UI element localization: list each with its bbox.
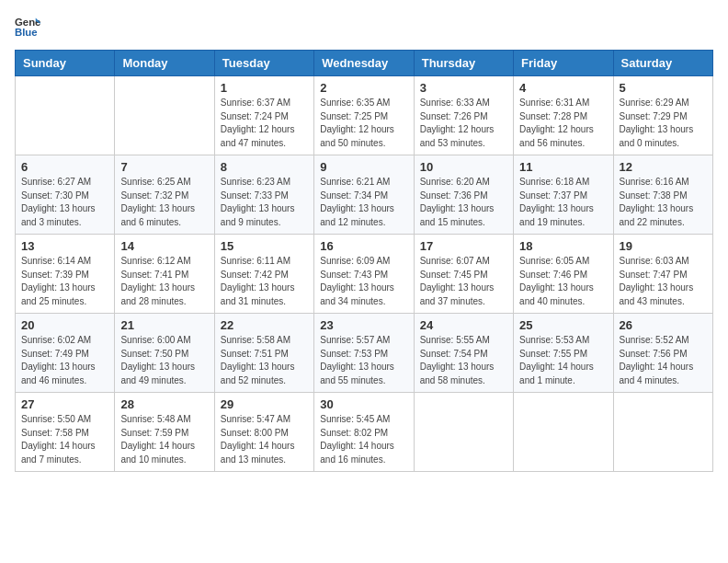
calendar-cell [514,393,613,472]
day-number: 6 [21,160,108,174]
day-number: 19 [620,239,707,253]
calendar-cell: 18Sunrise: 6:05 AM Sunset: 7:46 PM Dayli… [514,235,613,314]
day-number: 22 [221,318,308,332]
calendar-cell: 5Sunrise: 6:29 AM Sunset: 7:29 PM Daylig… [613,76,712,155]
calendar-cell: 1Sunrise: 6:37 AM Sunset: 7:24 PM Daylig… [214,76,313,155]
day-info: Sunrise: 6:05 AM Sunset: 7:46 PM Dayligh… [519,255,607,308]
calendar-week-row: 27Sunrise: 5:50 AM Sunset: 7:58 PM Dayli… [16,393,713,472]
weekday-header-cell: Tuesday [214,51,313,76]
day-number: 26 [620,318,707,332]
day-number: 11 [519,160,607,174]
weekday-header-cell: Monday [115,51,214,76]
weekday-header-cell: Wednesday [314,51,414,76]
day-info: Sunrise: 6:20 AM Sunset: 7:36 PM Dayligh… [420,176,507,229]
calendar-cell: 11Sunrise: 6:18 AM Sunset: 7:37 PM Dayli… [514,155,613,235]
calendar-cell: 23Sunrise: 5:57 AM Sunset: 7:53 PM Dayli… [314,314,414,393]
day-number: 12 [620,160,707,174]
header: General Blue [15,15,713,40]
calendar-cell: 2Sunrise: 6:35 AM Sunset: 7:25 PM Daylig… [314,76,414,155]
day-number: 25 [519,318,607,332]
calendar-cell [16,76,115,155]
day-number: 23 [320,318,407,332]
weekday-header-cell: Saturday [613,51,712,76]
calendar-cell: 13Sunrise: 6:14 AM Sunset: 7:39 PM Dayli… [16,235,115,314]
calendar-cell: 19Sunrise: 6:03 AM Sunset: 7:47 PM Dayli… [613,235,712,314]
day-number: 8 [221,160,308,174]
day-info: Sunrise: 5:45 AM Sunset: 8:02 PM Dayligh… [320,413,407,466]
calendar-cell: 6Sunrise: 6:27 AM Sunset: 7:30 PM Daylig… [16,155,115,235]
calendar-cell: 17Sunrise: 6:07 AM Sunset: 7:45 PM Dayli… [414,235,513,314]
day-info: Sunrise: 6:18 AM Sunset: 7:37 PM Dayligh… [519,176,607,229]
day-number: 30 [320,397,407,411]
calendar-cell: 16Sunrise: 6:09 AM Sunset: 7:43 PM Dayli… [314,235,414,314]
day-info: Sunrise: 5:47 AM Sunset: 8:00 PM Dayligh… [221,413,308,466]
calendar-cell [613,393,712,472]
day-info: Sunrise: 6:12 AM Sunset: 7:41 PM Dayligh… [120,255,208,308]
day-info: Sunrise: 5:48 AM Sunset: 7:59 PM Dayligh… [120,413,208,466]
day-info: Sunrise: 6:27 AM Sunset: 7:30 PM Dayligh… [21,176,108,229]
day-number: 24 [420,318,507,332]
calendar-cell: 29Sunrise: 5:47 AM Sunset: 8:00 PM Dayli… [214,393,313,472]
calendar-body: 1Sunrise: 6:37 AM Sunset: 7:24 PM Daylig… [16,76,713,472]
day-info: Sunrise: 6:37 AM Sunset: 7:24 PM Dayligh… [221,97,308,150]
day-number: 9 [320,160,407,174]
weekday-header-row: SundayMondayTuesdayWednesdayThursdayFrid… [16,51,713,76]
day-info: Sunrise: 6:00 AM Sunset: 7:50 PM Dayligh… [120,334,208,387]
day-number: 15 [221,239,308,253]
day-info: Sunrise: 5:53 AM Sunset: 7:55 PM Dayligh… [519,334,607,387]
calendar: SundayMondayTuesdayWednesdayThursdayFrid… [15,50,713,472]
day-info: Sunrise: 6:31 AM Sunset: 7:28 PM Dayligh… [519,97,607,150]
day-info: Sunrise: 6:14 AM Sunset: 7:39 PM Dayligh… [21,255,108,308]
calendar-cell [414,393,513,472]
logo: General Blue [15,15,40,40]
day-info: Sunrise: 6:25 AM Sunset: 7:32 PM Dayligh… [120,176,208,229]
day-number: 1 [221,81,308,95]
calendar-cell: 4Sunrise: 6:31 AM Sunset: 7:28 PM Daylig… [514,76,613,155]
calendar-cell: 26Sunrise: 5:52 AM Sunset: 7:56 PM Dayli… [613,314,712,393]
day-info: Sunrise: 6:07 AM Sunset: 7:45 PM Dayligh… [420,255,507,308]
calendar-week-row: 1Sunrise: 6:37 AM Sunset: 7:24 PM Daylig… [16,76,713,155]
day-number: 3 [420,81,507,95]
day-number: 2 [320,81,407,95]
day-info: Sunrise: 6:02 AM Sunset: 7:49 PM Dayligh… [21,334,108,387]
weekday-header-cell: Thursday [414,51,513,76]
calendar-cell [115,76,214,155]
weekday-header-cell: Sunday [16,51,115,76]
calendar-cell: 22Sunrise: 5:58 AM Sunset: 7:51 PM Dayli… [214,314,313,393]
calendar-cell: 3Sunrise: 6:33 AM Sunset: 7:26 PM Daylig… [414,76,513,155]
day-info: Sunrise: 5:52 AM Sunset: 7:56 PM Dayligh… [620,334,707,387]
day-info: Sunrise: 6:33 AM Sunset: 7:26 PM Dayligh… [420,97,507,150]
calendar-week-row: 20Sunrise: 6:02 AM Sunset: 7:49 PM Dayli… [16,314,713,393]
day-number: 18 [519,239,607,253]
day-info: Sunrise: 5:57 AM Sunset: 7:53 PM Dayligh… [320,334,407,387]
day-number: 7 [120,160,208,174]
logo-icon: General Blue [15,15,40,40]
day-info: Sunrise: 5:50 AM Sunset: 7:58 PM Dayligh… [21,413,108,466]
day-number: 4 [519,81,607,95]
weekday-header-cell: Friday [514,51,613,76]
day-info: Sunrise: 6:09 AM Sunset: 7:43 PM Dayligh… [320,255,407,308]
day-number: 5 [620,81,707,95]
calendar-cell: 10Sunrise: 6:20 AM Sunset: 7:36 PM Dayli… [414,155,513,235]
day-info: Sunrise: 6:23 AM Sunset: 7:33 PM Dayligh… [221,176,308,229]
calendar-cell: 30Sunrise: 5:45 AM Sunset: 8:02 PM Dayli… [314,393,414,472]
calendar-cell: 28Sunrise: 5:48 AM Sunset: 7:59 PM Dayli… [115,393,214,472]
calendar-cell: 9Sunrise: 6:21 AM Sunset: 7:34 PM Daylig… [314,155,414,235]
calendar-cell: 14Sunrise: 6:12 AM Sunset: 7:41 PM Dayli… [115,235,214,314]
day-number: 14 [120,239,208,253]
day-info: Sunrise: 5:58 AM Sunset: 7:51 PM Dayligh… [221,334,308,387]
calendar-week-row: 13Sunrise: 6:14 AM Sunset: 7:39 PM Dayli… [16,235,713,314]
day-info: Sunrise: 6:21 AM Sunset: 7:34 PM Dayligh… [320,176,407,229]
calendar-cell: 24Sunrise: 5:55 AM Sunset: 7:54 PM Dayli… [414,314,513,393]
calendar-cell: 21Sunrise: 6:00 AM Sunset: 7:50 PM Dayli… [115,314,214,393]
day-number: 17 [420,239,507,253]
day-number: 21 [120,318,208,332]
day-number: 16 [320,239,407,253]
day-info: Sunrise: 6:29 AM Sunset: 7:29 PM Dayligh… [620,97,707,150]
calendar-cell: 7Sunrise: 6:25 AM Sunset: 7:32 PM Daylig… [115,155,214,235]
day-number: 13 [21,239,108,253]
day-info: Sunrise: 6:35 AM Sunset: 7:25 PM Dayligh… [320,97,407,150]
day-number: 27 [21,397,108,411]
day-number: 29 [221,397,308,411]
svg-text:Blue: Blue [15,27,38,38]
